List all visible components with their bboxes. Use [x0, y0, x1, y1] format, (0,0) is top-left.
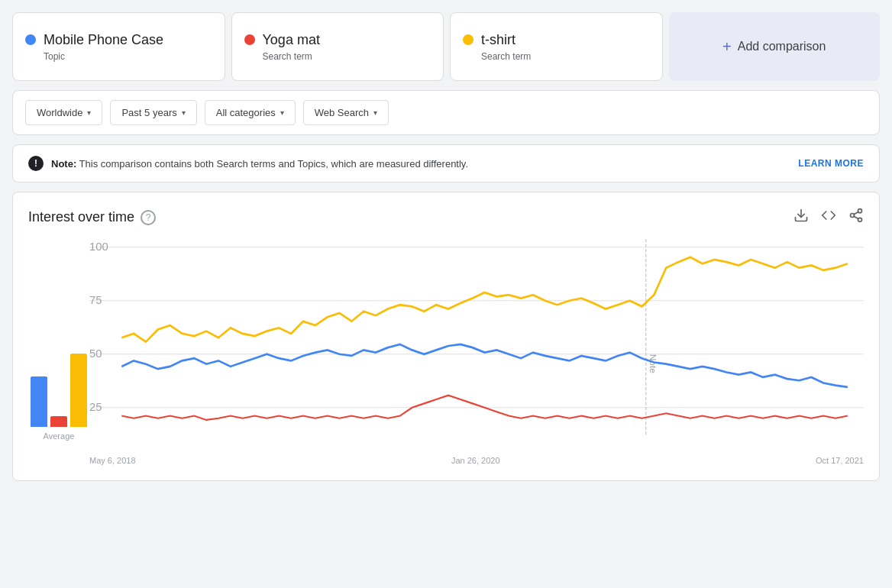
term1-color-dot [25, 34, 36, 45]
filter-type[interactable]: Web Search ▾ [303, 100, 389, 125]
term-card-2[interactable]: Yoga mat Search term [231, 12, 444, 81]
filter-type-label: Web Search [315, 107, 369, 118]
chart-main: 100 75 50 25 Note [89, 239, 864, 465]
note-bold: Note: [51, 158, 76, 170]
term3-color-dot [463, 34, 473, 45]
plus-icon: + [722, 38, 732, 56]
filter-category[interactable]: All categories ▾ [205, 100, 296, 125]
bar-group [31, 335, 87, 427]
filter-time[interactable]: Past 5 years ▾ [110, 100, 196, 125]
chevron-icon-category: ▾ [280, 108, 284, 117]
chevron-icon-type: ▾ [373, 108, 377, 117]
x-axis-labels: May 6, 2018 Jan 26, 2020 Oct 17, 2021 [89, 453, 864, 465]
filter-location-label: Worldwide [37, 107, 82, 118]
svg-text:100: 100 [89, 240, 108, 253]
svg-line-4 [854, 216, 858, 218]
term3-type: Search term [481, 51, 650, 62]
chart-body: Average 100 75 50 25 [28, 239, 864, 465]
average-bar-section: Average [28, 239, 89, 465]
add-comparison-card[interactable]: + Add comparison [669, 12, 881, 81]
filter-location[interactable]: Worldwide ▾ [25, 100, 102, 125]
svg-text:25: 25 [89, 400, 102, 413]
mobile-line [121, 344, 848, 387]
learn-more-link[interactable]: LEARN MORE [798, 158, 864, 169]
tshirt-line [121, 257, 848, 342]
line-chart-svg: 100 75 50 25 Note [89, 239, 864, 453]
help-icon[interactable]: ? [141, 210, 156, 225]
x-label-3: Oct 17, 2021 [816, 456, 864, 465]
term-card-3[interactable]: t-shirt Search term [450, 12, 663, 81]
term3-name: t-shirt [481, 32, 515, 48]
term2-type: Search term [263, 51, 431, 62]
note-text: Note: This comparison contains both Sear… [51, 158, 468, 170]
chart-section: Interest over time ? [12, 192, 880, 481]
filter-time-label: Past 5 years [121, 107, 176, 118]
x-label-2: Jan 26, 2020 [451, 456, 500, 465]
term1-type: Topic [44, 51, 212, 62]
svg-line-5 [854, 212, 858, 214]
x-label-1: May 6, 2018 [89, 456, 136, 465]
filters-row: Worldwide ▾ Past 5 years ▾ All categorie… [12, 90, 880, 135]
chart-svg-container: 100 75 50 25 Note [89, 239, 864, 453]
svg-text:50: 50 [89, 347, 102, 360]
note-banner: ! Note: This comparison contains both Se… [12, 144, 880, 183]
chart-header: Interest over time ? [28, 208, 864, 227]
chart-actions [793, 208, 864, 227]
note-icon: ! [28, 156, 44, 171]
bar-term2 [50, 416, 67, 427]
filter-category-label: All categories [216, 107, 276, 118]
search-terms-row: Mobile Phone Case Topic Yoga mat Search … [12, 12, 880, 81]
chevron-icon-time: ▾ [182, 108, 186, 117]
download-button[interactable] [793, 208, 809, 227]
term-card-1[interactable]: Mobile Phone Case Topic [12, 12, 225, 81]
embed-button[interactable] [821, 208, 836, 227]
bar-term1 [31, 376, 47, 427]
chart-title: Interest over time [28, 209, 134, 225]
average-label: Average [44, 431, 75, 441]
term2-color-dot [244, 34, 255, 45]
bar-term3 [70, 354, 87, 427]
note-body: This comparison contains both Search ter… [76, 158, 468, 170]
chart-title-group: Interest over time ? [28, 209, 156, 225]
term2-name: Yoga mat [263, 32, 320, 48]
share-button[interactable] [848, 208, 864, 227]
note-left: ! Note: This comparison contains both Se… [28, 156, 468, 171]
term1-name: Mobile Phone Case [44, 32, 163, 48]
add-comparison-label: Add comparison [738, 40, 826, 53]
svg-text:75: 75 [89, 293, 102, 306]
chevron-icon-location: ▾ [87, 108, 91, 117]
